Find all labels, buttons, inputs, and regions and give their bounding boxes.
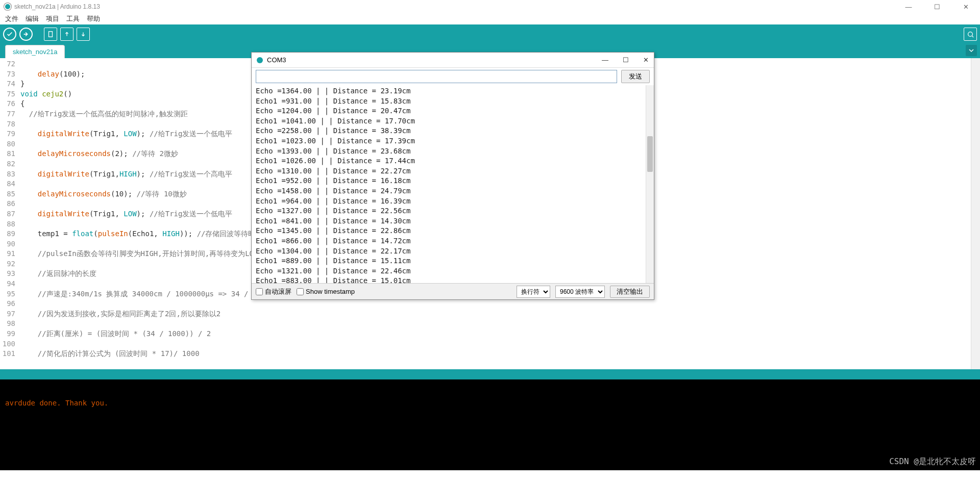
baud-select[interactable]: 9600 波特率: [555, 286, 605, 298]
arduino-icon: [4, 3, 11, 10]
serial-scrollbar[interactable]: [646, 85, 654, 283]
close-button[interactable]: ✕: [955, 3, 976, 11]
window-controls: — ☐ ✕: [898, 3, 976, 11]
line-ending-select[interactable]: 换行符: [517, 286, 550, 298]
verify-button[interactable]: [3, 28, 16, 41]
serial-input-row: 发送: [252, 68, 654, 85]
timestamp-checkbox[interactable]: Show timestamp: [297, 288, 355, 295]
serial-footer: 自动滚屏 Show timestamp 换行符 9600 波特率 清空输出: [252, 283, 654, 299]
menu-file[interactable]: 文件: [3, 13, 20, 24]
tab-sketch[interactable]: sketch_nov21a: [5, 45, 65, 58]
autoscroll-checkbox[interactable]: 自动滚屏: [256, 287, 291, 296]
serial-output[interactable]: Echo =1364.00 | | Distance = 23.19cm Ech…: [252, 85, 646, 283]
serial-maximize-button[interactable]: ☐: [623, 56, 629, 64]
serial-monitor-button[interactable]: [964, 28, 977, 41]
minimize-button[interactable]: —: [898, 3, 919, 11]
menu-sketch[interactable]: 项目: [44, 13, 61, 24]
watermark: CSDN @是北牝不太皮呀: [889, 456, 976, 467]
status-bar: [0, 369, 980, 379]
save-button[interactable]: [77, 28, 90, 41]
menu-edit[interactable]: 编辑: [23, 13, 41, 24]
serial-window-controls: — ☐ ✕: [602, 56, 649, 64]
serial-body: Echo =1364.00 | | Distance = 23.19cm Ech…: [252, 85, 654, 283]
clear-output-button[interactable]: 清空输出: [610, 286, 650, 298]
svg-rect-0: [49, 32, 53, 37]
menu-tools[interactable]: 工具: [64, 13, 82, 24]
serial-titlebar: COM3 — ☐ ✕: [252, 53, 654, 68]
maximize-button[interactable]: ☐: [927, 3, 947, 11]
serial-input[interactable]: [256, 70, 617, 83]
menu-bar: 文件 编辑 项目 工具 帮助: [0, 13, 980, 24]
tab-dropdown-icon[interactable]: [966, 45, 977, 56]
editor-scrollbar[interactable]: [971, 58, 980, 369]
svg-point-1: [968, 32, 973, 37]
window-title: sketch_nov21a | Arduino 1.8.13: [14, 3, 100, 10]
open-button[interactable]: [60, 28, 74, 41]
serial-send-button[interactable]: 发送: [621, 70, 650, 83]
menu-help[interactable]: 帮助: [85, 13, 102, 24]
serial-icon: [257, 57, 263, 63]
serial-close-button[interactable]: ✕: [643, 56, 649, 64]
console-line: avrdude done. Thank you.: [5, 399, 108, 407]
serial-minimize-button[interactable]: —: [602, 56, 608, 64]
serial-title-text: COM3: [267, 56, 286, 64]
upload-button[interactable]: [19, 28, 33, 41]
serial-monitor-window: COM3 — ☐ ✕ 发送 Echo =1364.00 | | Distance…: [251, 52, 654, 300]
timestamp-label: Show timestamp: [306, 288, 355, 295]
autoscroll-label: 自动滚屏: [265, 287, 291, 296]
serial-scroll-thumb[interactable]: [647, 136, 653, 172]
console-output: avrdude done. Thank you. CSDN @是北牝不太皮呀: [0, 379, 980, 470]
line-gutter: 72 73 74 75 76 77 78 79 80 81 82 83 84 8…: [0, 58, 18, 369]
new-button[interactable]: [44, 28, 57, 41]
toolbar: [0, 24, 980, 44]
window-titlebar: sketch_nov21a | Arduino 1.8.13 — ☐ ✕: [0, 0, 980, 13]
